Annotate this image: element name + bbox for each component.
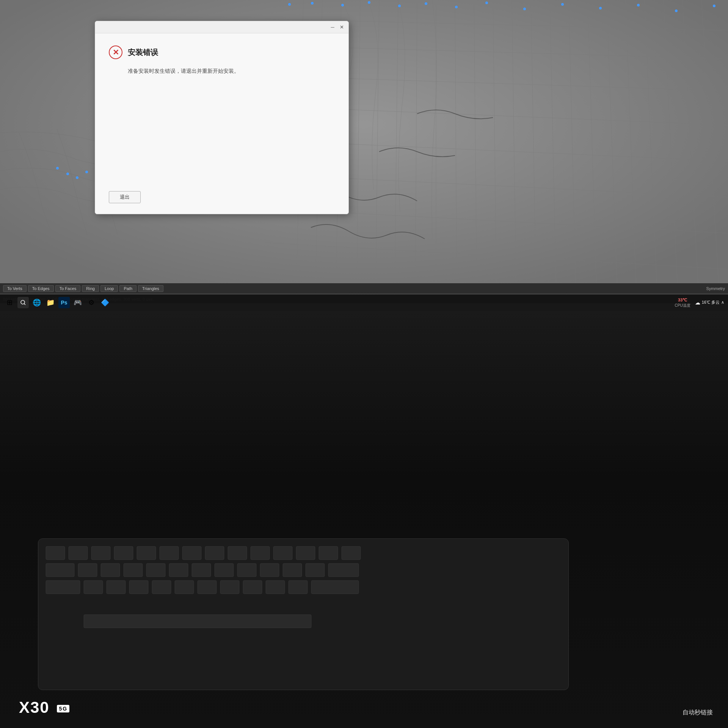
svg-rect-35 — [69, 546, 88, 560]
symmetry-label: Symmetry — [706, 286, 725, 291]
mesh-point — [485, 2, 488, 4]
triangles-button[interactable]: Triangles — [138, 285, 163, 292]
svg-rect-49 — [78, 563, 97, 577]
cpu-temp-value: 33℃ — [675, 297, 690, 303]
mesh-point — [637, 4, 640, 6]
dialog-message: 准备安装时发生错误，请退出并重新开始安装。 — [128, 67, 335, 75]
weather-text: 16℃ 多云 — [702, 300, 720, 305]
svg-rect-73 — [84, 615, 311, 628]
svg-rect-34 — [46, 546, 65, 560]
desk-area: X30 5G 自动秒链接 — [0, 311, 728, 728]
svg-rect-56 — [237, 563, 256, 577]
svg-rect-60 — [328, 563, 359, 577]
svg-rect-45 — [296, 546, 315, 560]
svg-rect-64 — [129, 581, 148, 594]
bottom-toolbar: To Verts To Edges To Faces Ring Loop Pat… — [0, 283, 728, 294]
svg-rect-50 — [101, 563, 120, 577]
to-faces-button[interactable]: To Faces — [55, 285, 81, 292]
mesh-point — [311, 2, 314, 5]
svg-rect-39 — [160, 546, 179, 560]
svg-rect-38 — [137, 546, 156, 560]
system-tray-arrow[interactable]: ∧ — [721, 300, 724, 305]
svg-rect-47 — [342, 546, 361, 560]
file-explorer-button[interactable]: 📁 — [45, 297, 56, 308]
svg-rect-61 — [46, 581, 80, 594]
dialog-footer: 退出 — [109, 191, 141, 203]
svg-rect-36 — [91, 546, 110, 560]
monitor-screen: ─ ✕ ✕ 安装错误 准备安装时发生错误，请退出并重新开始安装。 退出 To V… — [0, 0, 728, 311]
mesh-point — [66, 173, 69, 175]
svg-rect-54 — [192, 563, 211, 577]
to-edges-button[interactable]: To Edges — [28, 285, 54, 292]
svg-rect-58 — [283, 563, 302, 577]
svg-rect-42 — [228, 546, 247, 560]
mesh-point — [85, 171, 88, 173]
svg-rect-46 — [319, 546, 338, 560]
svg-rect-67 — [198, 581, 217, 594]
mesh-point — [713, 5, 715, 7]
svg-rect-70 — [266, 581, 285, 594]
auto-chain-watermark: 自动秒链接 — [682, 709, 713, 717]
loop-button[interactable]: Loop — [100, 285, 118, 292]
photoshop-button[interactable]: Ps — [58, 297, 70, 308]
minimize-button[interactable]: ─ — [329, 24, 336, 31]
svg-rect-53 — [169, 563, 188, 577]
svg-rect-37 — [114, 546, 133, 560]
svg-rect-66 — [175, 581, 194, 594]
search-taskbar-button[interactable] — [17, 297, 29, 308]
svg-rect-63 — [107, 581, 126, 594]
app-icon-1[interactable]: 🎮 — [72, 297, 83, 308]
mesh-point — [425, 2, 427, 5]
mesh-point — [455, 6, 458, 8]
mesh-point — [561, 3, 564, 6]
edge-browser-button[interactable]: 🌐 — [31, 297, 42, 308]
mesh-point — [523, 8, 526, 10]
svg-rect-48 — [46, 563, 74, 577]
windows-taskbar: ⊞ 🌐 📁 Ps 🎮 ⚙ 🔷 33℃ CPU温度 ☁ 16℃ 多云 ∧ — [0, 294, 728, 311]
mesh-point — [368, 1, 370, 4]
exit-button[interactable]: 退出 — [109, 191, 141, 203]
to-verts-button[interactable]: To Verts — [3, 285, 27, 292]
mesh-point — [675, 9, 678, 12]
svg-rect-65 — [152, 581, 171, 594]
svg-rect-40 — [182, 546, 201, 560]
error-dialog: ─ ✕ ✕ 安装错误 准备安装时发生错误，请退出并重新开始安装。 退出 — [95, 21, 349, 214]
mesh-point — [599, 7, 602, 9]
svg-rect-71 — [289, 581, 308, 594]
svg-rect-44 — [273, 546, 292, 560]
svg-rect-52 — [146, 563, 165, 577]
dialog-body: ✕ 安装错误 准备安装时发生错误，请退出并重新开始安装。 — [95, 33, 348, 87]
taskbar-right-area: 33℃ CPU温度 ☁ 16℃ 多云 ∧ — [675, 297, 724, 308]
keyboard — [38, 538, 569, 690]
svg-rect-69 — [243, 581, 262, 594]
cpu-temp-label: CPU温度 — [675, 303, 690, 308]
svg-rect-55 — [215, 563, 234, 577]
svg-rect-72 — [311, 581, 359, 594]
cpu-temp-display: 33℃ CPU温度 — [675, 297, 690, 308]
svg-rect-57 — [260, 563, 279, 577]
svg-line-33 — [24, 304, 26, 305]
mesh-point — [341, 4, 344, 6]
dialog-title: 安装错误 — [128, 47, 158, 58]
close-button[interactable]: ✕ — [338, 24, 345, 31]
dialog-titlebar: ─ ✕ — [95, 21, 348, 33]
cloud-icon: ☁ — [695, 300, 700, 306]
phone-brand-text: X30 5G — [19, 698, 69, 717]
dialog-header: ✕ 安装错误 — [109, 46, 335, 59]
svg-rect-41 — [205, 546, 224, 560]
mesh-point — [288, 3, 291, 6]
app-icon-3[interactable]: 🔷 — [99, 297, 111, 308]
svg-rect-62 — [84, 581, 103, 594]
weather-display: ☁ 16℃ 多云 ∧ — [695, 300, 724, 306]
svg-rect-68 — [220, 581, 239, 594]
svg-rect-43 — [251, 546, 270, 560]
windows-start-button[interactable]: ⊞ — [4, 297, 15, 308]
app-icon-2[interactable]: ⚙ — [86, 297, 97, 308]
mesh-point — [56, 167, 59, 169]
mesh-point — [76, 176, 78, 179]
svg-rect-51 — [124, 563, 143, 577]
ring-button[interactable]: Ring — [82, 285, 99, 292]
path-button[interactable]: Path — [119, 285, 136, 292]
mesh-point — [398, 5, 401, 7]
svg-rect-59 — [306, 563, 325, 577]
